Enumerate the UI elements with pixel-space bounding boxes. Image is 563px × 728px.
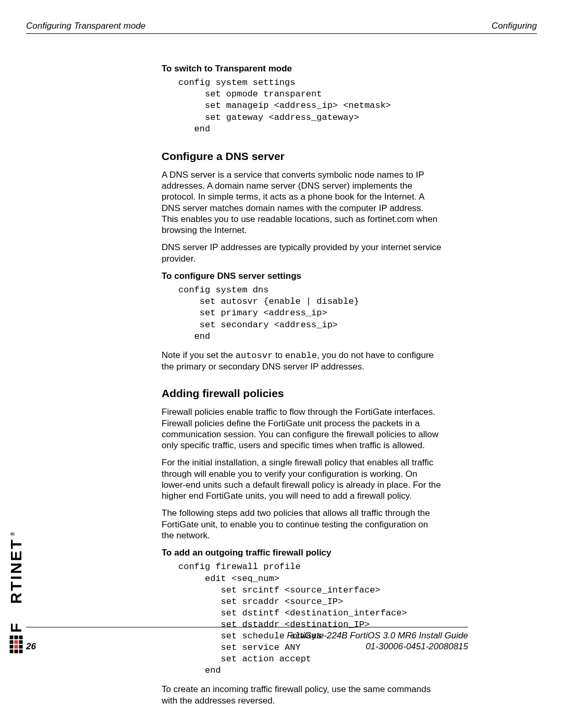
page-footer: 26 FortiGate-224B FortiOS 3.0 MR6 Instal… (26, 627, 468, 652)
code-block-firewall: config firewall profile edit <seq_num> s… (178, 561, 442, 676)
inline-code: enable (285, 351, 317, 361)
paragraph: Firewall policies enable traffic to flow… (162, 406, 442, 451)
footer-line2: 01-30006-0451-20080815 (26, 641, 468, 652)
footer-rule (26, 627, 468, 627)
fortinet-logo-icon (10, 636, 23, 653)
paragraph-note: Note if you set the autosvr to enable, y… (162, 350, 442, 373)
fortinet-logo: F RTINET ® (7, 530, 25, 651)
trademark-symbol: ® (10, 530, 16, 536)
paragraph: DNS server IP addresses are typically pr… (162, 242, 442, 264)
code-block-dns: config system dns set autosvr {enable | … (178, 285, 442, 342)
heading-adding-firewall-policies: Adding firewall policies (162, 387, 442, 400)
inline-code: autosvr (236, 351, 273, 361)
fortinet-logo-text: F RTINET (7, 538, 25, 633)
paragraph: To create an incoming traffic firewall p… (162, 684, 442, 706)
note-text: Note if you set the (162, 350, 236, 360)
subhead-switch-transparent: To switch to Transparent mode (162, 63, 442, 74)
paragraph: The following steps add two policies tha… (162, 508, 442, 541)
header-rule (26, 33, 537, 34)
paragraph: A DNS server is a service that converts … (162, 169, 442, 236)
heading-configure-dns: Configure a DNS server (162, 150, 442, 163)
subhead-configure-dns-settings: To configure DNS server settings (162, 270, 442, 281)
header-left: Configuring Transparent mode (26, 21, 145, 31)
page-number: 26 (26, 641, 36, 652)
subhead-add-outgoing-policy: To add an outgoing traffic firewall poli… (162, 547, 442, 558)
main-content: To switch to Transparent mode config sys… (162, 63, 442, 706)
paragraph: For the initial installation, a single f… (162, 457, 442, 501)
code-block-transparent: config system settings set opmode transp… (178, 77, 442, 134)
footer-line1: FortiGate-224B FortiOS 3.0 MR6 Install G… (26, 631, 468, 641)
note-text: to (273, 350, 285, 360)
header-right: Configuring (492, 21, 537, 31)
